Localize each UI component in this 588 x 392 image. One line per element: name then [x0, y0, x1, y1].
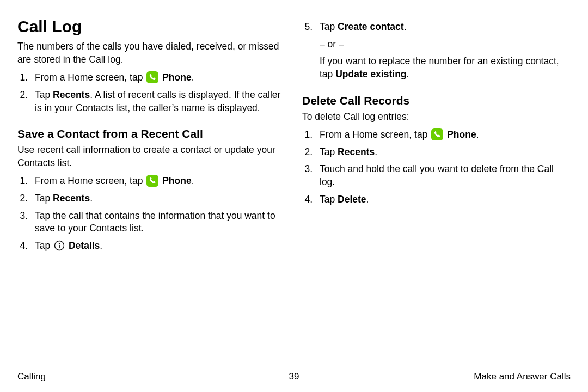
- save-contact-steps: From a Home screen, tap Phone. Tap Recen…: [17, 175, 286, 252]
- dr-step-1: From a Home screen, tap Phone.: [315, 128, 571, 142]
- manual-page: Call Log The numbers of the calls you ha…: [0, 0, 588, 392]
- dr-step-2: Tap Recents.: [315, 146, 571, 159]
- sc-step-1: From a Home screen, tap Phone.: [30, 175, 286, 188]
- update-existing-text: If you want to replace the number for an…: [320, 55, 571, 81]
- svg-rect-1: [146, 175, 158, 187]
- call-log-steps: From a Home screen, tap Phone. Tap Recen…: [17, 71, 286, 114]
- dr-step-1-post: .: [476, 129, 479, 140]
- svg-rect-4: [59, 245, 60, 248]
- step-1: From a Home screen, tap Phone.: [30, 71, 286, 84]
- phone-app-icon: [431, 128, 443, 140]
- step-2: Tap Recents. A list of recent calls is d…: [30, 89, 286, 114]
- sc-step-4: Tap Details.: [30, 240, 286, 253]
- sc-step-2: Tap Recents.: [30, 192, 286, 205]
- footer-page-number: 39: [17, 371, 571, 382]
- heading-save-contact: Save a Contact from a Recent Call: [17, 127, 286, 140]
- dr-step-1-pre: From a Home screen, tap: [320, 129, 430, 140]
- svg-point-3: [59, 243, 60, 244]
- update-existing-post: .: [407, 69, 409, 79]
- svg-rect-0: [146, 71, 158, 83]
- or-divider-text: – or –: [320, 38, 571, 51]
- sc-step-3: Tap the call that contains the informati…: [30, 210, 286, 235]
- sc-step-4-post: .: [100, 240, 102, 251]
- two-column-layout: Call Log The numbers of the calls you ha…: [17, 16, 571, 257]
- step-2-bold: Recents: [53, 89, 90, 100]
- phone-app-icon: [146, 71, 158, 83]
- sc-step-4-bold: Details: [69, 240, 100, 251]
- dr-step-4: Tap Delete.: [315, 193, 571, 206]
- step-1-post: .: [192, 72, 194, 83]
- dr-step-4-pre: Tap: [320, 194, 338, 205]
- dr-step-2-post: .: [375, 146, 377, 157]
- sc-step-4-pre: Tap: [35, 240, 53, 251]
- save-contact-intro: Use recent call information to create a …: [17, 144, 286, 169]
- sc-step-5-post: .: [404, 21, 407, 32]
- sc-step-5: Tap Create contact. – or – If you want t…: [315, 21, 571, 81]
- dr-step-4-post: .: [366, 194, 369, 205]
- dr-step-2-pre: Tap: [320, 146, 338, 157]
- heading-call-log: Call Log: [17, 17, 286, 36]
- dr-step-2-bold: Recents: [338, 146, 375, 157]
- sc-step-1-pre: From a Home screen, tap: [35, 175, 145, 186]
- step-1-bold: Phone: [162, 72, 191, 83]
- step-1-pre: From a Home screen, tap: [35, 72, 145, 83]
- sc-step-2-post: .: [90, 193, 93, 204]
- sc-step-5-bold: Create contact: [338, 21, 404, 32]
- dr-step-4-bold: Delete: [338, 194, 366, 205]
- sc-step-2-pre: Tap: [35, 193, 53, 204]
- intro-text: The numbers of the calls you have dialed…: [17, 40, 286, 66]
- sc-step-5-pre: Tap: [320, 21, 338, 32]
- delete-records-intro: To delete Call log entries:: [302, 111, 571, 124]
- sc-step-1-post: .: [192, 175, 194, 186]
- delete-records-steps: From a Home screen, tap Phone. Tap Recen…: [302, 128, 571, 206]
- phone-app-icon: [146, 175, 158, 187]
- update-existing-bold: Update existing: [335, 69, 406, 79]
- sc-step-1-bold: Phone: [162, 175, 191, 186]
- right-column: Tap Create contact. – or – If you want t…: [302, 16, 571, 257]
- sc-step-2-bold: Recents: [53, 193, 90, 204]
- left-column: Call Log The numbers of the calls you ha…: [17, 16, 286, 257]
- dr-step-3: Touch and hold the call you want to dele…: [315, 163, 571, 188]
- heading-delete-records: Delete Call Records: [302, 94, 571, 107]
- info-details-icon: [54, 240, 65, 251]
- save-contact-steps-continued: Tap Create contact. – or – If you want t…: [302, 21, 571, 81]
- page-footer: Calling 39 Make and Answer Calls: [17, 371, 571, 382]
- svg-rect-5: [431, 128, 443, 140]
- dr-step-1-bold: Phone: [447, 129, 476, 140]
- step-2-pre: Tap: [35, 89, 53, 100]
